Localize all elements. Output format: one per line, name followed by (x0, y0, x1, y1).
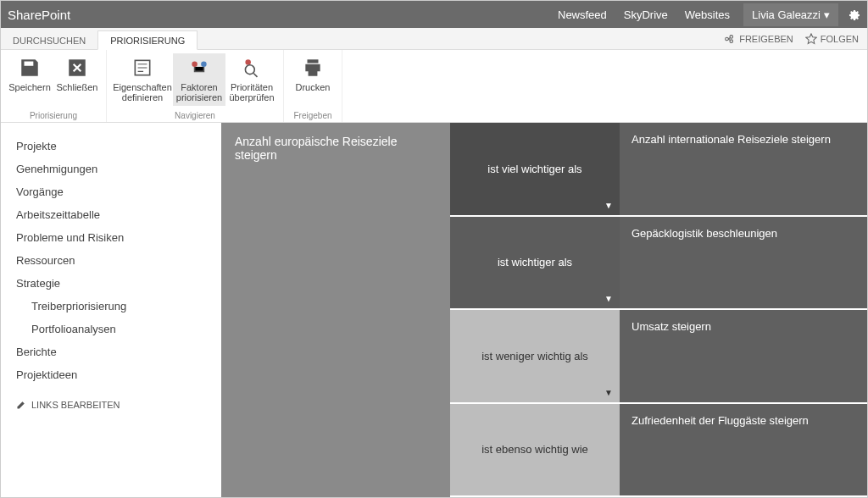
review-button[interactable]: Prioritäten überprüfen (225, 53, 278, 106)
pencil-icon (16, 400, 26, 410)
print-icon (301, 57, 325, 79)
properties-icon (131, 57, 154, 79)
print-button[interactable]: Drucken (289, 53, 337, 96)
ribbon-group-label: Freigeben (289, 109, 337, 120)
close-icon (65, 57, 89, 79)
nav-item-projekte[interactable]: Projekte (16, 135, 206, 158)
ribbon-group-navigieren: Eigenschaften definieren Faktoren priori… (107, 50, 284, 122)
share-label: FREIGEBEN (739, 34, 793, 44)
nav-item-ressourcen[interactable]: Ressourcen (16, 249, 206, 272)
nav-item-genehmigungen[interactable]: Genehmigungen (16, 158, 206, 180)
quick-launch: ProjekteGenehmigungenVorgängeArbeitszeit… (1, 123, 221, 497)
suite-link-newsfeed[interactable]: Newsfeed (558, 8, 607, 21)
share-icon (724, 33, 736, 45)
matrix-relation-column: ist viel wichtiger als▼ist wichtiger als… (450, 123, 620, 497)
content-area: ProjekteGenehmigungenVorgängeArbeitszeit… (1, 123, 867, 497)
chevron-down-icon: ▼ (604, 388, 613, 397)
ribbon-group-priorisierung: Speichern Schließen Priorisierung (1, 50, 107, 122)
nav-item-strategie[interactable]: Strategie (16, 272, 206, 295)
ribbon-tabs: DURCHSUCHEN PRIORISIERUNG FREIGEBEN FOLG… (1, 28, 867, 50)
nav-item-vorgänge[interactable]: Vorgänge (16, 180, 206, 203)
compare-driver: Anzahl internationale Reiseziele steiger… (620, 123, 867, 217)
review-label: Prioritäten überprüfen (227, 82, 276, 102)
prioritization-matrix: Anzahl europäische Reiseziele steigern i… (221, 123, 867, 497)
suite-bar: SharePoint Newsfeed SkyDrive Websites Li… (1, 1, 867, 28)
ribbon: Speichern Schließen Priorisierung Eigens… (1, 50, 867, 123)
compare-driver: Gepäcklogistik beschleunigen (620, 217, 867, 311)
chevron-down-icon: ▼ (604, 201, 613, 210)
tab-priorisierung[interactable]: PRIORISIERUNG (97, 30, 198, 50)
close-button[interactable]: Schließen (53, 53, 101, 96)
review-icon (240, 57, 264, 79)
tab-durchsuchen[interactable]: DURCHSUCHEN (1, 31, 97, 49)
properties-label: Eigenschaften definieren (113, 82, 172, 102)
relation-selector[interactable]: ist weniger wichtig als▼ (450, 310, 620, 404)
share-button[interactable]: FREIGEBEN (724, 33, 793, 45)
chevron-down-icon: ▾ (824, 8, 830, 21)
matrix-compare-column: Anzahl internationale Reiseziele steiger… (620, 123, 867, 497)
ribbon-group-label: Priorisierung (6, 109, 101, 120)
gear-icon[interactable] (847, 8, 860, 21)
suite-link-skydrive[interactable]: SkyDrive (624, 8, 668, 21)
print-label: Drucken (296, 82, 331, 92)
edit-links[interactable]: LINKS BEARBEITEN (16, 400, 206, 410)
close-label: Schließen (57, 82, 98, 92)
follow-label: FOLGEN (821, 34, 859, 44)
nav-item-treiberpriorisierung[interactable]: Treiberpriorisierung (16, 295, 206, 318)
nav-item-berichte[interactable]: Berichte (16, 340, 206, 363)
suite-link-websites[interactable]: Websites (685, 8, 730, 21)
properties-button[interactable]: Eigenschaften definieren (112, 53, 173, 106)
nav-item-probleme-und-risiken[interactable]: Probleme und Risiken (16, 226, 206, 249)
matrix-row-header: Anzahl europäische Reiseziele steigern (221, 123, 450, 497)
edit-links-label: LINKS BEARBEITEN (31, 400, 120, 410)
chevron-down-icon: ▼ (604, 294, 613, 303)
svg-point-2 (192, 61, 198, 67)
matrix-left-label: Anzahl europäische Reiseziele steigern (235, 135, 397, 162)
user-menu[interactable]: Livia Galeazzi ▾ (743, 3, 838, 26)
star-icon (805, 33, 817, 45)
ribbon-group-label: Navigieren (112, 109, 278, 120)
save-label: Speichern (8, 82, 51, 92)
user-name: Livia Galeazzi (752, 8, 821, 21)
factors-button[interactable]: Faktoren priorisieren (173, 53, 225, 106)
save-icon (18, 57, 42, 79)
relation-selector[interactable]: ist ebenso wichtig wie (450, 404, 620, 498)
factors-icon (187, 57, 211, 79)
ribbon-group-freigeben: Drucken Freigeben (284, 50, 342, 122)
factors-label: Faktoren priorisieren (175, 82, 224, 102)
suite-title: SharePoint (8, 8, 70, 22)
nav-item-arbeitszeittabelle[interactable]: Arbeitszeittabelle (16, 203, 206, 226)
svg-point-5 (245, 65, 254, 75)
relation-selector[interactable]: ist wichtiger als▼ (450, 217, 620, 311)
follow-button[interactable]: FOLGEN (805, 33, 859, 45)
nav-item-portfolioanalysen[interactable]: Portfolioanalysen (16, 318, 206, 340)
compare-driver: Zufriedenheit der Fluggäste steigern (620, 404, 867, 498)
nav-item-projektideen[interactable]: Projektideen (16, 363, 206, 386)
save-button[interactable]: Speichern (6, 53, 53, 96)
svg-point-3 (201, 61, 207, 67)
relation-selector[interactable]: ist viel wichtiger als▼ (450, 123, 620, 217)
svg-point-4 (245, 59, 251, 65)
compare-driver: Umsatz steigern (620, 310, 867, 404)
